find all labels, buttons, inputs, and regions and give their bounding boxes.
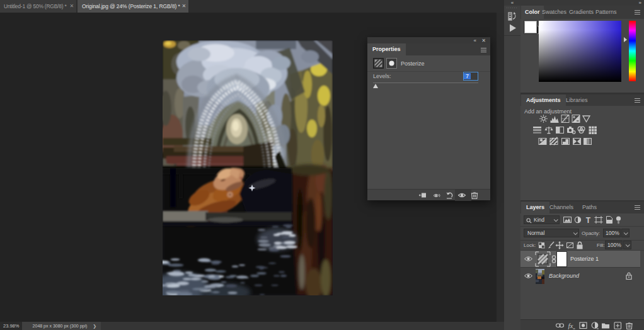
svg-text:fx: fx — [568, 322, 573, 329]
svg-text:T: T — [586, 216, 591, 225]
